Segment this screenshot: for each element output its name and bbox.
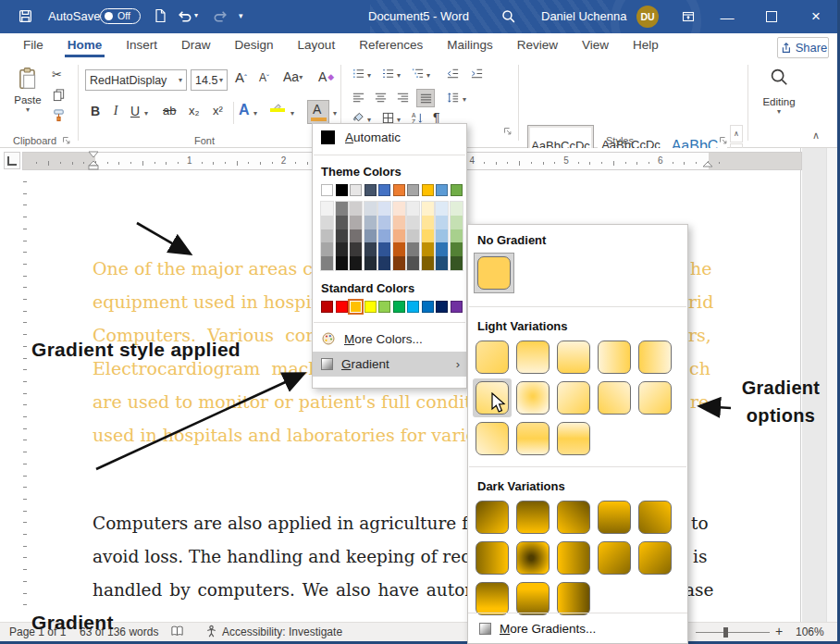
maximize-button[interactable]: [751, 0, 792, 33]
italic-button[interactable]: I: [109, 104, 122, 118]
clear-formatting-button[interactable]: A◆: [318, 69, 334, 84]
user-name[interactable]: Daniel Uchenna: [541, 9, 627, 23]
bold-button[interactable]: B: [87, 104, 104, 118]
standard-color-0[interactable]: [321, 301, 333, 313]
theme-variant-6-2[interactable]: [407, 229, 419, 243]
numbering-chevron-icon[interactable]: ▾: [397, 71, 401, 80]
theme-variant-2-0[interactable]: [350, 202, 362, 216]
theme-variant-6-1[interactable]: [407, 216, 419, 229]
theme-variant-1-1[interactable]: [336, 216, 348, 229]
grow-font-button[interactable]: Aˆ: [235, 69, 247, 85]
styles-dialog-launcher-icon[interactable]: [718, 135, 728, 145]
theme-color-1[interactable]: [336, 184, 348, 196]
redo-icon[interactable]: [213, 8, 229, 24]
editing-button[interactable]: Editing ▾: [755, 67, 803, 116]
theme-variant-2-1[interactable]: [350, 216, 362, 229]
light-gradient-3[interactable]: [598, 341, 631, 374]
document-text-line[interactable]: ch: [689, 358, 710, 378]
theme-variant-5-0[interactable]: [393, 202, 405, 216]
theme-variant-4-3[interactable]: [378, 242, 390, 256]
styles-scroll-up-icon[interactable]: ∧: [730, 125, 743, 142]
standard-color-5[interactable]: [393, 301, 405, 313]
theme-variant-7-1[interactable]: [422, 216, 434, 229]
document-text-line[interactable]: handled by computers. We also have autom…: [93, 580, 519, 600]
highlight-button[interactable]: [270, 102, 289, 114]
indent-markers[interactable]: [87, 151, 102, 171]
standard-color-9[interactable]: [451, 301, 463, 313]
decrease-indent-icon[interactable]: [446, 67, 460, 80]
theme-variant-4-2[interactable]: [378, 229, 390, 243]
theme-color-3[interactable]: [364, 184, 377, 196]
theme-variant-6-4[interactable]: [407, 256, 419, 270]
avatar[interactable]: DU: [636, 6, 659, 28]
light-gradient-8[interactable]: [598, 381, 631, 415]
tab-help[interactable]: Help: [621, 33, 671, 57]
new-document-icon[interactable]: [153, 8, 167, 23]
line-spacing-icon[interactable]: [446, 91, 460, 105]
theme-variant-1-3[interactable]: [336, 242, 348, 256]
justify-icon[interactable]: [416, 89, 435, 107]
theme-variant-4-1[interactable]: [378, 216, 390, 229]
minimize-button[interactable]: —: [707, 0, 747, 33]
document-text-line[interactable]: rs,: [688, 325, 711, 345]
multilevel-chevron-icon[interactable]: ▾: [426, 71, 430, 80]
light-gradient-7[interactable]: [557, 381, 590, 415]
tab-review[interactable]: Review: [505, 33, 570, 57]
theme-color-7[interactable]: [422, 184, 434, 196]
bullets-chevron-icon[interactable]: ▾: [367, 71, 371, 80]
underline-chevron-icon[interactable]: ▾: [144, 109, 148, 118]
close-button[interactable]: ×: [796, 0, 836, 33]
zoom-level[interactable]: 106%: [796, 625, 824, 638]
dark-gradient-0[interactable]: [476, 501, 509, 534]
theme-variant-5-2[interactable]: [393, 229, 405, 243]
light-gradient-11[interactable]: [516, 422, 550, 455]
dark-gradient-12[interactable]: [557, 582, 590, 615]
align-center-icon[interactable]: [374, 91, 388, 105]
zoom-slider-track[interactable]: [696, 632, 770, 633]
tab-file[interactable]: File: [11, 33, 56, 57]
zoom-in-button[interactable]: +: [775, 624, 783, 638]
standard-color-4[interactable]: [378, 301, 390, 313]
theme-variant-8-0[interactable]: [436, 202, 448, 216]
numbering-icon[interactable]: [381, 67, 395, 80]
dark-gradient-5[interactable]: [476, 541, 509, 575]
increase-indent-icon[interactable]: [470, 67, 484, 80]
document-text-line[interactable]: avoid loss. The handling and keeping of …: [93, 547, 531, 566]
automatic-color-item[interactable]: Automatic: [313, 124, 466, 151]
underline-button[interactable]: U: [128, 104, 142, 118]
right-indent-marker[interactable]: [701, 161, 714, 170]
quick-access-chevron-icon[interactable]: ▾: [239, 11, 243, 20]
text-effects-button[interactable]: A: [239, 102, 250, 118]
theme-variant-7-0[interactable]: [422, 202, 434, 216]
collapse-ribbon-icon[interactable]: ∧: [812, 130, 820, 142]
theme-variant-0-3[interactable]: [321, 242, 333, 256]
standard-color-3[interactable]: [364, 301, 377, 313]
theme-variant-4-4[interactable]: [378, 256, 390, 270]
standard-color-1[interactable]: [336, 301, 348, 313]
tab-selector[interactable]: [4, 152, 20, 169]
theme-color-6[interactable]: [407, 184, 419, 196]
light-gradient-2[interactable]: [557, 341, 590, 374]
zoom-slider-handle[interactable]: [723, 627, 728, 638]
theme-variant-3-3[interactable]: [364, 242, 377, 256]
dark-gradient-11[interactable]: [516, 582, 550, 615]
light-gradient-1[interactable]: [516, 341, 550, 374]
theme-variant-6-0[interactable]: [407, 202, 419, 216]
line-spacing-chevron-icon[interactable]: ▾: [463, 95, 466, 104]
standard-color-7[interactable]: [422, 301, 434, 313]
tab-references[interactable]: References: [347, 33, 435, 57]
theme-variant-8-1[interactable]: [436, 216, 448, 229]
gradient-item[interactable]: Gradient ›: [313, 352, 466, 377]
shrink-font-button[interactable]: Aˇ: [259, 71, 269, 84]
theme-variant-1-2[interactable]: [336, 229, 348, 243]
undo-dropdown-icon[interactable]: ▾: [194, 11, 198, 19]
superscript-button[interactable]: x²: [213, 104, 223, 118]
bullets-icon[interactable]: [352, 67, 365, 80]
theme-color-5[interactable]: [393, 184, 405, 196]
ribbon-display-options-icon[interactable]: [681, 9, 696, 24]
align-right-icon[interactable]: [396, 91, 410, 105]
align-left-icon[interactable]: [352, 91, 365, 105]
font-color-button[interactable]: A: [307, 100, 329, 124]
theme-variant-0-1[interactable]: [321, 216, 333, 229]
standard-color-2[interactable]: [350, 301, 362, 313]
